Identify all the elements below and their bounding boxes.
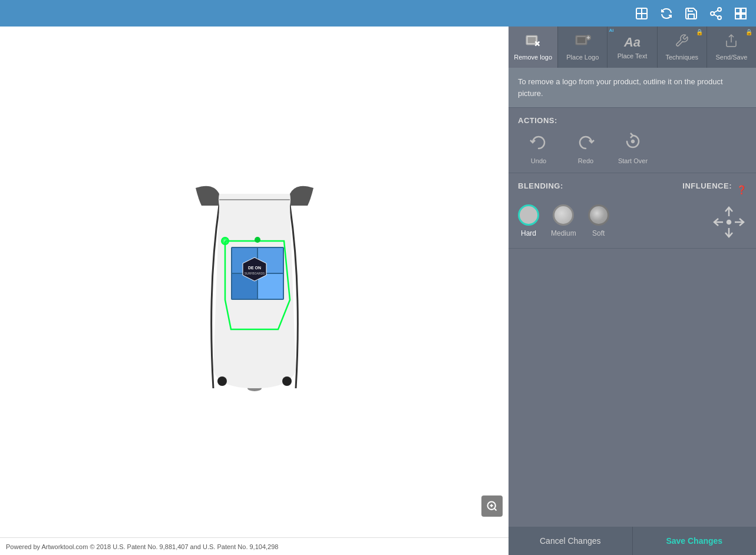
blending-options-row: Hard Medium Soft bbox=[518, 204, 747, 240]
tab-techniques[interactable]: 🔒 Techniques bbox=[658, 27, 707, 68]
svg-rect-32 bbox=[527, 37, 536, 43]
place-text-icon: Aa bbox=[624, 35, 641, 50]
tab-place-logo[interactable]: Place Logo bbox=[558, 27, 608, 68]
redo-label: Redo bbox=[578, 157, 593, 164]
svg-rect-36 bbox=[577, 37, 585, 43]
blend-hard[interactable]: Hard bbox=[518, 204, 539, 237]
svg-rect-11 bbox=[741, 14, 746, 19]
tab-send-save[interactable]: 🔒 Send/Save bbox=[707, 27, 756, 68]
ai-badge: Ai bbox=[609, 28, 613, 33]
bottom-buttons: Cancel Changes Save Changes bbox=[509, 527, 756, 555]
tab-remove-logo[interactable]: Remove logo bbox=[509, 27, 558, 68]
tab-place-text-label: Place Text bbox=[618, 52, 648, 60]
tab-bar: Remove logo Place Logo Ai A bbox=[509, 27, 756, 68]
grid-icon[interactable] bbox=[731, 4, 750, 23]
main-layout: DE ON SURFBOARDS bbox=[0, 27, 756, 555]
share-icon[interactable] bbox=[707, 4, 725, 23]
actions-title: ACTIONS: bbox=[518, 116, 747, 125]
redo-icon bbox=[576, 132, 595, 155]
blending-title: BLENDING: bbox=[518, 181, 563, 190]
blend-soft[interactable]: Soft bbox=[588, 204, 609, 237]
blend-soft-circle bbox=[588, 204, 609, 226]
actions-section: ACTIONS: Undo bbox=[509, 108, 756, 173]
svg-line-7 bbox=[714, 10, 718, 12]
help-icon[interactable]: ❓ bbox=[737, 185, 747, 194]
svg-point-4 bbox=[711, 12, 714, 15]
refresh-icon[interactable] bbox=[657, 4, 676, 23]
techniques-lock-icon: 🔒 bbox=[696, 29, 703, 35]
blend-medium[interactable]: Medium bbox=[551, 204, 576, 237]
svg-rect-9 bbox=[741, 8, 746, 13]
blend-medium-circle bbox=[553, 204, 574, 226]
svg-text:DE ON: DE ON bbox=[247, 266, 260, 270]
tab-techniques-label: Techniques bbox=[665, 54, 698, 61]
footer-bar: Powered by Artworktool.com © 2018 U.S. P… bbox=[0, 537, 509, 555]
svg-point-42 bbox=[727, 220, 731, 224]
svg-line-6 bbox=[714, 14, 718, 16]
canvas-content: DE ON SURFBOARDS bbox=[0, 27, 509, 537]
undo-icon bbox=[529, 132, 548, 155]
start-over-label: Start Over bbox=[618, 157, 648, 164]
place-logo-icon bbox=[575, 34, 591, 51]
svg-point-41 bbox=[632, 140, 634, 143]
tab-place-text[interactable]: Ai Aa Place Text bbox=[608, 27, 657, 68]
send-save-icon bbox=[724, 34, 738, 51]
svg-point-13 bbox=[217, 376, 227, 386]
influence-widget[interactable] bbox=[711, 204, 747, 240]
zoom-button[interactable] bbox=[481, 495, 503, 517]
save-icon[interactable] bbox=[682, 4, 701, 23]
blend-soft-label: Soft bbox=[592, 229, 605, 237]
blend-hard-circle bbox=[518, 204, 539, 226]
undo-button[interactable]: Undo bbox=[518, 132, 559, 164]
svg-point-24 bbox=[255, 237, 260, 243]
blending-header: BLENDING: INFLUENCE: ❓ bbox=[518, 181, 747, 197]
svg-line-28 bbox=[494, 508, 497, 511]
svg-point-14 bbox=[282, 376, 292, 386]
blending-section: BLENDING: INFLUENCE: ❓ Hard Medium bbox=[509, 173, 756, 249]
remove-logo-icon bbox=[525, 34, 542, 51]
tab-place-logo-label: Place Logo bbox=[566, 54, 599, 61]
cancel-changes-button[interactable]: Cancel Changes bbox=[509, 527, 633, 555]
tab-remove-logo-label: Remove logo bbox=[514, 54, 552, 61]
panel-spacer bbox=[509, 249, 756, 527]
topbar bbox=[0, 0, 756, 27]
save-changes-button[interactable]: Save Changes bbox=[633, 527, 757, 555]
start-over-icon bbox=[623, 132, 642, 155]
add-icon[interactable] bbox=[632, 4, 651, 23]
blend-medium-label: Medium bbox=[551, 229, 576, 237]
influence-title: INFLUENCE: bbox=[682, 181, 732, 190]
svg-point-5 bbox=[718, 16, 721, 19]
svg-text:SURFBOARDS: SURFBOARDS bbox=[244, 272, 265, 275]
redo-button[interactable]: Redo bbox=[565, 132, 606, 164]
techniques-icon bbox=[675, 34, 689, 51]
canvas-area: DE ON SURFBOARDS bbox=[0, 27, 509, 555]
actions-row: Undo Redo bbox=[518, 132, 747, 164]
footer-text: Powered by Artworktool.com © 2018 U.S. P… bbox=[6, 543, 278, 550]
info-box: To remove a logo from your product, outl… bbox=[509, 68, 756, 108]
svg-rect-8 bbox=[735, 8, 740, 13]
product-image: DE ON SURFBOARDS bbox=[166, 170, 343, 394]
info-text: To remove a logo from your product, outl… bbox=[518, 77, 723, 98]
blend-hard-label: Hard bbox=[521, 229, 536, 237]
svg-point-3 bbox=[718, 8, 721, 11]
undo-label: Undo bbox=[531, 157, 546, 164]
svg-rect-10 bbox=[735, 14, 740, 19]
svg-rect-1 bbox=[636, 13, 647, 14]
send-save-lock-icon: 🔒 bbox=[745, 29, 752, 35]
right-panel: Remove logo Place Logo Ai A bbox=[509, 27, 756, 555]
start-over-button[interactable]: Start Over bbox=[612, 132, 653, 164]
tab-send-save-label: Send/Save bbox=[716, 54, 748, 61]
